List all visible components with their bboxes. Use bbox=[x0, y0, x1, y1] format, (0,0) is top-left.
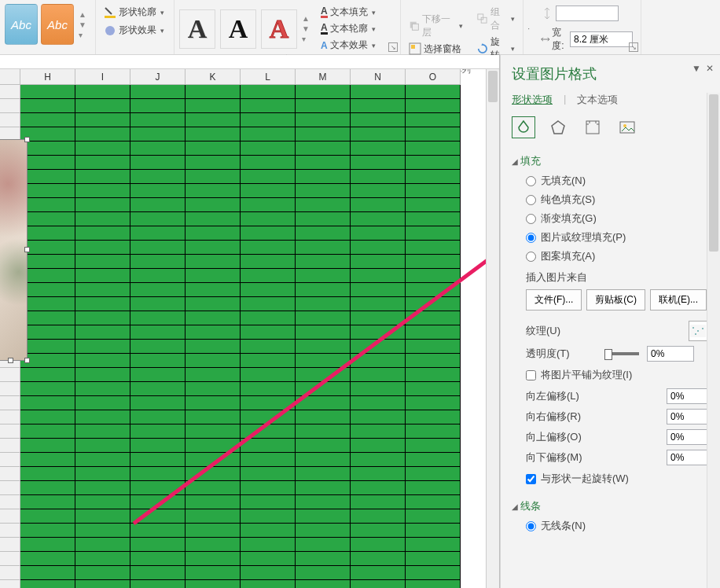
fill-solid-radio[interactable]: 纯色填充(S) bbox=[512, 190, 714, 209]
insert-picture-from-label: 插入图片来自 bbox=[512, 266, 714, 289]
rotate-with-shape-checkbox[interactable]: 与形状一起旋转(W) bbox=[512, 468, 714, 490]
wordart-styles-group: A A A ▲ ▼ ▾ A 文本填充▾ A 文本轮廓▾ bbox=[174, 0, 401, 54]
selection-pane-icon bbox=[409, 42, 421, 55]
crop-icon[interactable] bbox=[528, 21, 530, 37]
shape-style-preset-blue[interactable]: Abc bbox=[5, 4, 38, 45]
transparency-slider[interactable] bbox=[604, 352, 639, 355]
pencil-outline-icon bbox=[104, 6, 116, 19]
shape-effects-menu[interactable]: 形状效果▾ bbox=[101, 22, 169, 39]
insert-from-clipboard-button[interactable]: 剪贴板(C) bbox=[586, 289, 645, 311]
selected-picture-object[interactable] bbox=[0, 140, 27, 360]
svg-point-1 bbox=[105, 26, 115, 35]
pane-controls: ▼ ✕ bbox=[692, 63, 714, 74]
line-none-radio[interactable]: 无线条(N) bbox=[512, 516, 714, 535]
pane-tabs: 形状选项 | 文本选项 bbox=[512, 93, 714, 107]
svg-rect-5 bbox=[411, 45, 415, 49]
svg-rect-7 bbox=[482, 17, 487, 23]
shape-outline-effects: 形状轮廓▾ 形状效果▾ bbox=[96, 0, 174, 54]
line-section: 线条 无线条(N) bbox=[512, 496, 714, 535]
fill-picture-radio[interactable]: 图片或纹理填充(P) bbox=[512, 228, 714, 247]
text-outline-menu[interactable]: A 文本轮廓▾ bbox=[318, 20, 379, 37]
offset-right-label: 向右偏移(R) bbox=[526, 410, 597, 424]
fill-section-header[interactable]: 填充 bbox=[512, 151, 714, 171]
svg-point-17 bbox=[697, 330, 699, 332]
transparency-label: 透明度(T) bbox=[526, 347, 597, 361]
fill-section: 填充 无填充(N) 纯色填充(S) 渐变填充(G) 图片或纹理填充(P) 图案填… bbox=[512, 151, 714, 490]
fill-gradient-radio[interactable]: 渐变填充(G) bbox=[512, 209, 714, 228]
pane-title: 设置图片格式 bbox=[512, 64, 714, 83]
insert-from-file-button[interactable]: 文件(F)... bbox=[526, 289, 582, 311]
wordart-preset-3[interactable]: A bbox=[261, 9, 297, 49]
category-size-props-icon[interactable] bbox=[581, 116, 604, 138]
wordart-dialog-launcher[interactable]: ↘ bbox=[388, 42, 398, 52]
line-section-header[interactable]: 线条 bbox=[512, 496, 714, 516]
offset-left-label: 向左偏移(L) bbox=[526, 389, 597, 403]
text-fill-menu[interactable]: A 文本填充▾ bbox=[318, 4, 379, 20]
shape-style-preset-orange[interactable]: Abc bbox=[41, 4, 74, 45]
workspace: HIJKLMNO ▼ ✕ 设置图片格式 形状选项 | 文本选项 bbox=[0, 55, 720, 588]
effects-icon bbox=[104, 24, 116, 37]
offset-top-label: 向上偏移(O) bbox=[526, 430, 597, 444]
width-input[interactable] bbox=[570, 31, 633, 47]
pane-options-icon[interactable]: ▼ bbox=[692, 63, 701, 74]
fill-none-radio[interactable]: 无填充(N) bbox=[512, 171, 714, 190]
group-icon bbox=[477, 13, 488, 25]
wordart-preset-1[interactable]: A bbox=[179, 9, 215, 49]
offset-bottom-label: 向下偏移(M) bbox=[526, 450, 597, 465]
column-header[interactable]: I bbox=[75, 69, 130, 84]
svg-marker-11 bbox=[552, 121, 564, 134]
svg-point-14 bbox=[623, 124, 626, 127]
rotate-icon bbox=[477, 42, 488, 55]
width-field-row: 宽度: bbox=[538, 24, 636, 54]
svg-point-18 bbox=[702, 328, 703, 329]
size-dialog-launcher[interactable]: ↘ bbox=[629, 42, 638, 52]
svg-rect-6 bbox=[478, 14, 483, 20]
cell-grid[interactable] bbox=[0, 85, 486, 588]
tile-checkbox[interactable]: 将图片平铺为纹理(I) bbox=[512, 364, 714, 386]
group-button[interactable]: 组合▾ bbox=[474, 4, 518, 34]
svg-rect-12 bbox=[586, 121, 599, 134]
svg-rect-3 bbox=[412, 24, 418, 30]
transparency-input[interactable] bbox=[647, 346, 694, 362]
texture-label: 纹理(U) bbox=[526, 324, 597, 338]
send-backward[interactable]: 下移一层▾ bbox=[406, 11, 466, 41]
wordart-preset-2[interactable]: A bbox=[220, 9, 256, 49]
tab-shape-options[interactable]: 形状选项 bbox=[512, 93, 553, 107]
category-icons bbox=[512, 116, 714, 138]
category-effects-icon[interactable] bbox=[546, 116, 570, 138]
svg-point-16 bbox=[692, 327, 694, 329]
arrange-group: 下移一层▾ 选择窗格 组合▾ 旋转▾ bbox=[401, 0, 523, 54]
width-label: 宽度: bbox=[552, 26, 568, 53]
svg-point-19 bbox=[695, 333, 696, 335]
svg-rect-8 bbox=[528, 28, 529, 29]
tab-text-options[interactable]: 文本选项 bbox=[577, 93, 618, 107]
column-header[interactable]: O bbox=[406, 69, 461, 84]
sheet-area[interactable]: HIJKLMNO bbox=[0, 55, 500, 588]
column-header[interactable]: N bbox=[351, 69, 406, 84]
width-icon bbox=[541, 33, 550, 46]
height-input bbox=[556, 6, 619, 21]
column-header[interactable]: H bbox=[20, 69, 75, 84]
column-header[interactable]: L bbox=[241, 69, 296, 84]
column-header[interactable] bbox=[0, 69, 20, 84]
svg-rect-0 bbox=[105, 16, 116, 18]
column-header[interactable]: J bbox=[130, 69, 186, 84]
category-picture-icon[interactable] bbox=[615, 116, 639, 138]
shape-outline-menu[interactable]: 形状轮廓▾ bbox=[101, 4, 169, 20]
height-field-row bbox=[538, 4, 636, 23]
column-headers[interactable]: HIJKLMNO bbox=[0, 69, 461, 85]
format-picture-pane: ▼ ✕ 设置图片格式 形状选项 | 文本选项 填充 无填充(N) bbox=[500, 55, 720, 588]
column-header[interactable]: M bbox=[296, 69, 351, 84]
pane-vertical-scrollbar[interactable] bbox=[707, 93, 720, 588]
send-back-icon bbox=[409, 20, 420, 32]
fill-pattern-radio[interactable]: 图案填充(A) bbox=[512, 247, 714, 266]
sheet-vertical-scrollbar[interactable] bbox=[486, 69, 499, 588]
ribbon: Abc Abc ▲ ▼ ▾ 形状轮廓▾ 形状效果▾ bbox=[0, 0, 720, 55]
pane-close-icon[interactable]: ✕ bbox=[706, 63, 714, 74]
text-effects-menu[interactable]: A 文本效果▾ bbox=[318, 37, 379, 53]
column-header[interactable]: K bbox=[186, 69, 241, 84]
height-icon bbox=[541, 7, 553, 20]
shape-styles-partial: Abc Abc ▲ ▼ ▾ bbox=[0, 0, 96, 54]
insert-from-online-button[interactable]: 联机(E)... bbox=[650, 289, 707, 311]
category-fill-line-icon[interactable] bbox=[512, 116, 535, 138]
